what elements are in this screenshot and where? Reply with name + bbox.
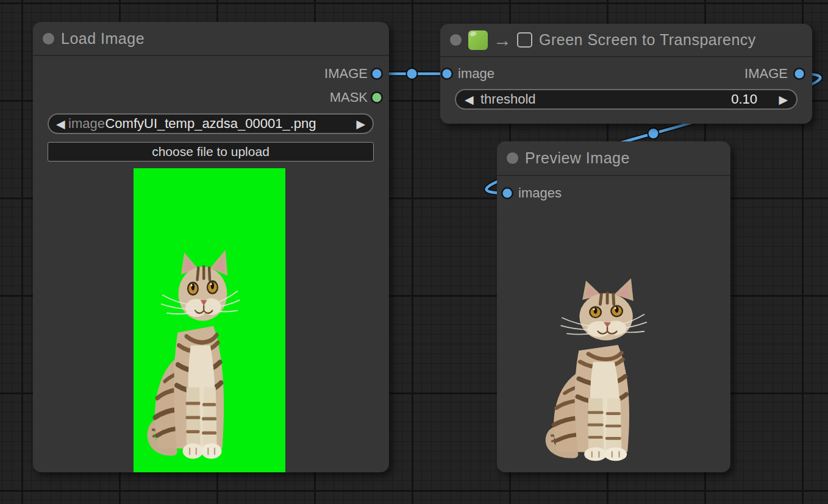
threshold-widget-value: 0.10 xyxy=(731,91,757,107)
transform-arrow-icon: → xyxy=(493,31,512,49)
output-port-image[interactable] xyxy=(795,69,804,79)
output-label-mask: MASK xyxy=(330,90,368,105)
node-title-bar[interactable]: Preview Image xyxy=(497,141,730,176)
choose-file-button[interactable]: choose file to upload xyxy=(48,142,374,161)
input-port-images[interactable] xyxy=(503,189,512,198)
input-label-image: image xyxy=(458,66,494,82)
link-midpoint-dot xyxy=(648,128,659,139)
output-label-image: IMAGE xyxy=(744,66,788,82)
collapse-dot[interactable] xyxy=(450,34,462,46)
link-midpoint-dot xyxy=(407,68,418,79)
node-title-bar[interactable]: Load Image xyxy=(33,22,389,56)
combo-next-arrow-icon[interactable]: ▶ xyxy=(356,118,365,130)
node-green-screen-to-transparency[interactable]: → Green Screen to Transparency image IMA… xyxy=(440,24,812,124)
collapse-dot[interactable] xyxy=(43,33,54,44)
loaded-image-preview xyxy=(134,168,285,472)
combo-widget-value: ComfyUI_temp_azdsa_00001_.png xyxy=(49,116,373,132)
node-title: Green Screen to Transparency xyxy=(539,31,756,49)
node-title-bar[interactable]: → Green Screen to Transparency xyxy=(440,24,812,57)
node-load-image[interactable]: Load Image IMAGE MASK ◀ image ComfyUI_te… xyxy=(33,22,389,472)
green-square-icon xyxy=(468,30,488,50)
image-filename-combo[interactable]: ◀ image ComfyUI_temp_azdsa_00001_.png ▶ xyxy=(48,113,374,134)
threshold-increment-arrow-icon[interactable]: ▶ xyxy=(779,94,788,105)
input-port-image[interactable] xyxy=(443,69,452,79)
cat-on-greenscreen-image xyxy=(146,249,244,461)
transparent-square-icon xyxy=(517,32,532,48)
output-port-image[interactable] xyxy=(373,69,382,79)
input-label-images: images xyxy=(518,185,562,201)
node-title: Load Image xyxy=(61,30,145,48)
threshold-decrement-arrow-icon[interactable]: ◀ xyxy=(465,94,474,105)
node-graph-canvas[interactable]: Load Image IMAGE MASK ◀ image ComfyUI_te… xyxy=(0,0,828,504)
output-port-mask[interactable] xyxy=(373,93,382,102)
cat-transparent-preview-image xyxy=(544,277,651,463)
choose-file-button-label: choose file to upload xyxy=(152,144,269,159)
node-preview-image[interactable]: Preview Image images xyxy=(497,141,730,472)
threshold-number-widget[interactable]: ◀ threshold 0.10 ▶ xyxy=(455,89,798,110)
threshold-widget-label: threshold xyxy=(480,91,536,107)
node-title: Preview Image xyxy=(525,149,630,167)
output-label-image: IMAGE xyxy=(324,66,368,82)
collapse-dot[interactable] xyxy=(507,152,518,164)
